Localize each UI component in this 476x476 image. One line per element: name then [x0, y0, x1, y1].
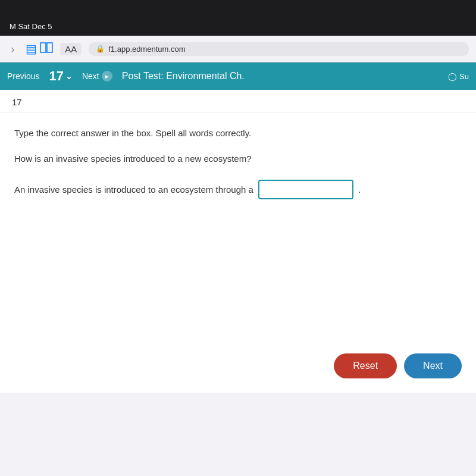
text-size-button[interactable]: AA — [60, 43, 82, 55]
lock-icon: 🔒 — [96, 45, 105, 53]
next-circle-icon: ► — [102, 71, 112, 82]
browser-back-button[interactable]: › — [7, 41, 18, 57]
bottom-area — [0, 393, 476, 476]
test-title: Post Test: Environmental Ch. — [122, 71, 439, 82]
address-bar[interactable]: 🔒 f1.app.edmentum.com — [89, 42, 469, 56]
question-number-value: 17 — [49, 68, 63, 84]
nav-status: ◯ Su — [448, 72, 469, 81]
answer-prefix: An invasive species is introduced to an … — [14, 184, 253, 195]
instruction-text: Type the correct answer in the box. Spel… — [14, 127, 462, 140]
button-row: Reset Next — [0, 353, 476, 393]
question-badge: 17 — [0, 90, 476, 112]
next-nav-button[interactable]: Next ► — [82, 71, 112, 82]
next-nav-label: Next — [82, 71, 99, 81]
answer-input[interactable] — [258, 180, 353, 199]
answer-row: An invasive species is introduced to an … — [14, 180, 462, 199]
answer-suffix: . — [358, 184, 361, 195]
address-text: f1.app.edmentum.com — [108, 45, 185, 54]
status-check-icon: ◯ — [448, 72, 457, 81]
question-text: How is an invasive species introduced to… — [14, 152, 462, 166]
reset-button[interactable]: Reset — [334, 353, 397, 378]
bookmarks-icon[interactable]: ▤ — [26, 42, 54, 56]
status-bar-text: M Sat Dec 5 — [10, 22, 52, 31]
previous-button[interactable]: Previous — [7, 71, 39, 81]
next-button[interactable]: Next — [404, 353, 462, 378]
question-dropdown-icon: ⌄ — [65, 71, 73, 81]
status-text: Su — [459, 72, 469, 81]
question-number-selector[interactable]: 17 ⌄ — [49, 68, 72, 84]
question-number-label: 17 — [12, 97, 22, 107]
